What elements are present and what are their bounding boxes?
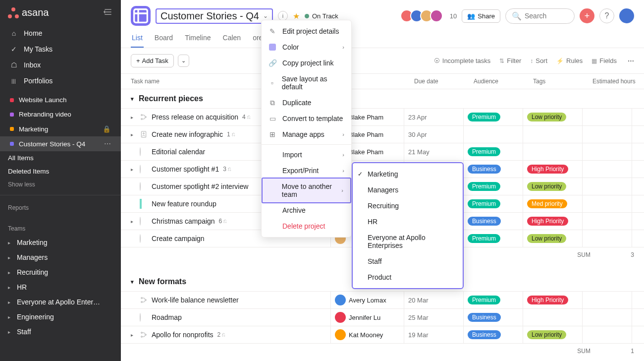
member-avatars[interactable] [400,9,443,22]
add-task-button[interactable]: + Add Task [131,54,174,67]
star-icon[interactable]: ★ [293,11,300,21]
tab-timeline[interactable]: Timeline [184,31,212,48]
tags-cell[interactable]: Low priority [523,109,583,125]
nav-home[interactable]: ⌂ Home [0,25,121,41]
share-button[interactable]: 👥 Share [462,9,500,23]
current-user-avatar[interactable] [619,8,634,23]
tags-cell[interactable] [523,126,583,143]
show-less-link[interactable]: Show less [0,178,121,191]
col-tags[interactable]: Tags [533,78,592,85]
menu-item-archive[interactable]: Archive [262,202,351,218]
col-audience[interactable]: Audience [474,78,533,85]
menu-item-import[interactable]: Import › [262,147,351,163]
due-date-cell[interactable]: 30 Apr [404,126,464,143]
deleted-items-link[interactable]: Deleted Items [0,165,121,178]
estimated-cell[interactable] [583,195,632,212]
tags-cell[interactable]: Low priority [523,178,583,195]
assignee-cell[interactable]: Jennifer Lu [331,309,404,326]
search-box[interactable]: 🔍 [505,8,575,24]
task-row[interactable]: ▸ Create new infographic 1 ⎌ Blake Pham … [121,125,644,143]
expand-subtasks-icon[interactable]: ▸ [131,167,136,172]
sidebar-team[interactable]: ▸ Managers [0,250,121,265]
submenu-team-item[interactable]: Everyone at Apollo Enterprises [353,230,463,253]
all-items-link[interactable]: All Items [0,151,121,165]
audience-cell[interactable]: Business [464,161,523,178]
sidebar-project[interactable]: Customer Stories - Q4 ⋯ [0,136,121,151]
menu-item-color[interactable]: Color › [262,39,351,55]
sidebar-team[interactable]: ▸ Recruiting [0,265,121,280]
submenu-team-item[interactable]: Recruiting [353,198,463,214]
collapse-sidebar-icon[interactable] [103,7,113,18]
status-pill[interactable]: On Track [305,12,338,20]
toolbar-rules[interactable]: ⚡ Rules [556,57,583,64]
col-estimated[interactable]: Estimated hours [592,78,642,85]
menu-item-convert-to-template[interactable]: ▭ Convert to template [262,111,351,126]
sidebar-team[interactable]: ▸ Everyone at Apollo Enter… [0,295,121,309]
audience-cell[interactable]: Premium [464,143,523,160]
estimated-cell[interactable] [583,109,632,125]
col-assignee[interactable]: nee [341,78,414,85]
expand-subtasks-icon[interactable]: ▸ [131,115,136,120]
add-task-dropdown[interactable]: ⌄ [178,55,189,67]
search-input[interactable] [525,12,568,20]
menu-item-copy-project-link[interactable]: 🔗 Copy project link [262,55,351,71]
sidebar-team[interactable]: ▸ Staff [0,324,121,339]
due-date-cell[interactable]: 23 Apr [404,109,464,125]
sidebar-team[interactable]: ▸ Engineering [0,309,121,324]
audience-cell[interactable]: Business [464,326,523,343]
tags-cell[interactable]: Low priority [523,326,583,343]
audience-cell[interactable]: Premium [464,109,523,125]
submenu-team-item[interactable]: Staff [353,253,463,269]
estimated-cell[interactable] [583,161,632,178]
assignee-cell[interactable]: Avery Lomax [331,292,404,308]
tags-cell[interactable]: High Priority [523,161,583,178]
menu-item-delete-project[interactable]: Delete project [262,218,351,234]
expand-subtasks-icon[interactable]: ▸ [131,219,136,224]
menu-item-export-print[interactable]: Export/Print › [262,163,351,179]
tab-list[interactable]: List [131,31,144,48]
sidebar-team[interactable]: ▸ HR [0,280,121,295]
tags-cell[interactable]: High Priority [523,213,583,230]
tab-calen[interactable]: Calen [222,31,242,48]
submenu-team-item[interactable]: HR [353,214,463,230]
estimated-cell[interactable] [583,143,632,160]
toolbar-filter[interactable]: ⇅ Filter [499,57,521,64]
estimated-cell[interactable] [583,230,632,247]
menu-item-duplicate[interactable]: ⧉ Duplicate [262,95,351,111]
task-row[interactable]: ▸ Apollo for nonprofits 2 ⎌ Kat Mooney 1… [121,326,644,343]
due-date-cell[interactable]: 20 Mar [404,292,464,308]
chevron-down-icon[interactable]: ▾ [131,96,134,102]
estimated-cell[interactable] [583,292,632,308]
menu-item-manage-apps[interactable]: ⊞ Manage apps › [262,126,351,142]
estimated-cell[interactable] [583,126,632,143]
tab-board[interactable]: Board [154,31,174,48]
help-button[interactable]: ? [599,8,614,23]
sidebar-project[interactable]: Rebranding video [0,107,121,121]
sidebar-team[interactable]: ▸ Marketing [0,235,121,250]
task-row[interactable]: ▸ Work-life balance newsletter Avery Lom… [121,291,644,308]
logo[interactable]: asana [8,7,49,18]
audience-cell[interactable]: Premium [464,230,523,247]
section-header[interactable]: ▾ Recurrent pieces [121,89,644,108]
estimated-cell[interactable] [583,309,632,326]
col-due-date[interactable]: Due date [414,78,474,85]
expand-subtasks-icon[interactable]: ▸ [131,332,136,338]
audience-cell[interactable]: Premium [464,292,523,308]
tags-cell[interactable] [523,309,583,326]
due-date-cell[interactable]: 21 May [404,143,464,160]
submenu-team-item[interactable]: Managers [353,182,463,198]
estimated-cell[interactable] [583,213,632,230]
due-date-cell[interactable]: 25 Mar [404,309,464,326]
task-row[interactable]: ▸ Editorial calendar Blake Pham 21 May P… [121,143,644,160]
due-date-cell[interactable]: 19 Mar [404,326,464,343]
audience-cell[interactable]: Premium [464,195,523,212]
audience-cell[interactable] [464,126,523,143]
audience-cell[interactable]: Business [464,309,523,326]
tags-cell[interactable] [523,143,583,160]
audience-cell[interactable]: Business [464,213,523,230]
submenu-team-item[interactable]: ✓ Marketing [353,166,463,182]
global-add-button[interactable]: + [580,8,594,23]
nav-portfolios[interactable]: ⫼ Portfolios [0,73,121,89]
estimated-cell[interactable] [583,178,632,195]
toolbar-fields[interactable]: ▦ Fields [591,57,617,64]
